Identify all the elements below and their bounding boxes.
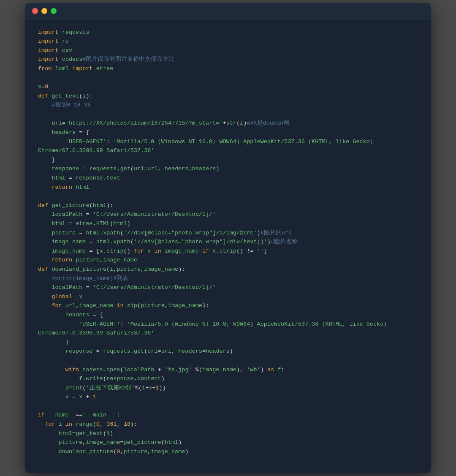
maximize-button[interactable] (51, 8, 57, 14)
code-line: import codecs#图片保存时图片名称中文保存方法 (38, 55, 418, 64)
code-line (38, 73, 418, 83)
code-line: x=0 (38, 82, 418, 92)
code-line: from lxml import etree (38, 64, 418, 73)
code-line: return picture,image_name (38, 256, 418, 265)
code-line: localPath = 'C:/Users/Administrator/Desk… (38, 283, 418, 292)
code-line: headers = { (38, 310, 418, 320)
code-line: html = etree.HTML(html) (38, 219, 418, 228)
code-line: x = x + 1 (38, 392, 418, 402)
code-line: html=get_text(i) (38, 429, 418, 438)
code-line: Chrome/67.0.3396.99 Safari/537.36' (38, 146, 418, 155)
code-line: global x (38, 292, 418, 302)
code-line: #print(image_name)#列表 (38, 274, 418, 283)
code-line: def downland_picture(i,picture,image_nam… (38, 265, 418, 274)
code-line: image_name = html.xpath('//div[@class="p… (38, 237, 418, 247)
code-line: Chrome/67.0.3396.99 Safari/537.36' (38, 329, 418, 338)
code-line: for url,image_name in zip(picture,image_… (38, 301, 418, 310)
minimize-button[interactable] (41, 8, 47, 14)
code-line (38, 192, 418, 201)
code-line: } (38, 338, 418, 347)
code-line: import re (38, 37, 418, 46)
code-line: import csv (38, 46, 418, 55)
code-line: localPath = 'C:/Users/Administrator/Desk… (38, 210, 418, 219)
code-line: def get_picture(html): (38, 201, 418, 210)
code-line: print('正在下载第%d张'%(i+x+1)) (38, 384, 418, 393)
code-line: } (38, 155, 418, 165)
code-line: picture = html.xpath('//div[@class="phot… (38, 228, 418, 238)
code-editor: import requests import re import csv imp… (25, 19, 431, 473)
code-line: url='https://XX/photos/album/1872547715/… (38, 119, 418, 128)
code-line: return html (38, 183, 418, 192)
code-line: downland_picture(0,picture,image_name) (38, 447, 418, 457)
code-line: #按照0 18 36 (38, 101, 418, 110)
code-line: if __name__=='__main__': (38, 411, 418, 420)
code-line: 'USER-AGENT': 'Mozilla/5.0 (Windows NT 1… (38, 137, 418, 147)
code-line (38, 356, 418, 365)
code-line: html = response.text (38, 174, 418, 183)
code-line: response = requests.get(url=url, headers… (38, 164, 418, 174)
code-line: for i in range(0, 361, 18): (38, 420, 418, 429)
code-line: def get_text(i): (38, 92, 418, 101)
code-line (38, 110, 418, 119)
code-line: image_name = [x.strip() for x in image_n… (38, 247, 418, 256)
code-line: with codecs.open(localPath + '%s.jpg' %(… (38, 365, 418, 375)
code-line (38, 402, 418, 411)
code-window: import requests import re import csv imp… (25, 3, 431, 473)
code-line: import requests (38, 28, 418, 37)
close-button[interactable] (32, 8, 38, 14)
code-line: headers = { (38, 128, 418, 137)
code-line: picture,image_name=get_picture(html) (38, 438, 418, 447)
code-line: f.write(response.content) (38, 374, 418, 384)
code-line: 'USER-AGENT': 'Mozilla/5.0 (Windows NT 1… (38, 320, 418, 329)
titlebar (25, 3, 431, 19)
code-line: response = requests.get(url=url, headers… (38, 347, 418, 356)
